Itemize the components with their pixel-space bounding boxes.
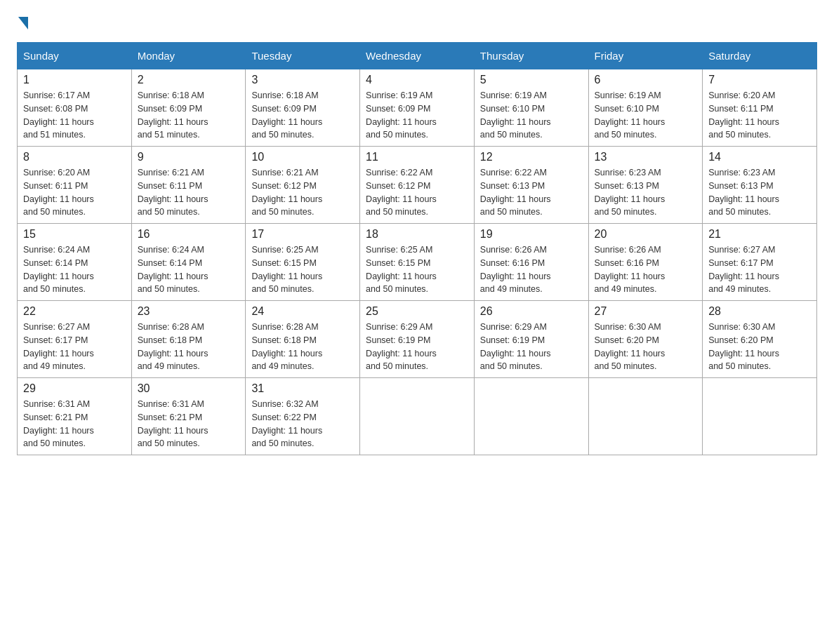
day-number: 28	[708, 305, 811, 318]
weekday-header-sunday: Sunday	[18, 43, 132, 69]
day-info: Sunrise: 6:25 AMSunset: 6:15 PMDaylight:…	[251, 245, 322, 294]
calendar-day-cell: 30 Sunrise: 6:31 AMSunset: 6:21 PMDaylig…	[131, 378, 246, 455]
day-info: Sunrise: 6:18 AMSunset: 6:09 PMDaylight:…	[251, 90, 322, 140]
calendar-day-cell: 18 Sunrise: 6:25 AMSunset: 6:15 PMDaylig…	[360, 224, 475, 301]
day-number: 30	[138, 382, 240, 395]
day-number: 16	[138, 228, 240, 241]
day-info: Sunrise: 6:25 AMSunset: 6:15 PMDaylight:…	[366, 245, 437, 294]
day-info: Sunrise: 6:28 AMSunset: 6:18 PMDaylight:…	[138, 322, 208, 371]
weekday-header-saturday: Saturday	[703, 43, 817, 69]
calendar-week-row: 8 Sunrise: 6:20 AMSunset: 6:11 PMDayligh…	[18, 147, 817, 224]
day-number: 21	[708, 228, 811, 241]
day-number: 22	[23, 305, 126, 318]
calendar-day-cell: 6 Sunrise: 6:19 AMSunset: 6:10 PMDayligh…	[588, 69, 703, 147]
calendar-day-cell	[360, 378, 475, 455]
calendar-day-cell: 23 Sunrise: 6:28 AMSunset: 6:18 PMDaylig…	[131, 301, 246, 378]
calendar-day-cell: 14 Sunrise: 6:23 AMSunset: 6:13 PMDaylig…	[703, 147, 817, 224]
day-number: 7	[708, 74, 811, 86]
day-info: Sunrise: 6:23 AMSunset: 6:13 PMDaylight:…	[595, 168, 666, 217]
day-info: Sunrise: 6:19 AMSunset: 6:10 PMDaylight:…	[480, 90, 551, 140]
page-header	[17, 17, 817, 28]
calendar-week-row: 1 Sunrise: 6:17 AMSunset: 6:08 PMDayligh…	[18, 69, 817, 147]
calendar-day-cell: 21 Sunrise: 6:27 AMSunset: 6:17 PMDaylig…	[703, 224, 817, 301]
day-info: Sunrise: 6:18 AMSunset: 6:09 PMDaylight:…	[138, 90, 208, 140]
calendar-day-cell: 16 Sunrise: 6:24 AMSunset: 6:14 PMDaylig…	[131, 224, 246, 301]
calendar-day-cell	[588, 378, 703, 455]
day-number: 2	[138, 74, 240, 86]
calendar-day-cell: 22 Sunrise: 6:27 AMSunset: 6:17 PMDaylig…	[18, 301, 132, 378]
day-info: Sunrise: 6:20 AMSunset: 6:11 PMDaylight:…	[708, 90, 779, 140]
calendar-day-cell: 17 Sunrise: 6:25 AMSunset: 6:15 PMDaylig…	[246, 224, 360, 301]
weekday-header-monday: Monday	[131, 43, 246, 69]
day-info: Sunrise: 6:22 AMSunset: 6:13 PMDaylight:…	[480, 168, 551, 217]
weekday-header-friday: Friday	[588, 43, 703, 69]
calendar-day-cell: 12 Sunrise: 6:22 AMSunset: 6:13 PMDaylig…	[474, 147, 588, 224]
calendar-day-cell: 25 Sunrise: 6:29 AMSunset: 6:19 PMDaylig…	[360, 301, 475, 378]
day-info: Sunrise: 6:32 AMSunset: 6:22 PMDaylight:…	[251, 399, 322, 448]
weekday-header-wednesday: Wednesday	[360, 43, 475, 69]
calendar-day-cell: 26 Sunrise: 6:29 AMSunset: 6:19 PMDaylig…	[474, 301, 588, 378]
day-info: Sunrise: 6:31 AMSunset: 6:21 PMDaylight:…	[23, 399, 94, 448]
day-number: 6	[595, 74, 697, 86]
day-number: 24	[251, 305, 354, 318]
calendar-day-cell: 20 Sunrise: 6:26 AMSunset: 6:16 PMDaylig…	[588, 224, 703, 301]
calendar-day-cell: 27 Sunrise: 6:30 AMSunset: 6:20 PMDaylig…	[588, 301, 703, 378]
day-number: 11	[366, 151, 468, 163]
day-info: Sunrise: 6:19 AMSunset: 6:10 PMDaylight:…	[595, 90, 666, 140]
calendar-day-cell: 28 Sunrise: 6:30 AMSunset: 6:20 PMDaylig…	[703, 301, 817, 378]
calendar-table: SundayMondayTuesdayWednesdayThursdayFrid…	[17, 42, 817, 455]
calendar-day-cell: 24 Sunrise: 6:28 AMSunset: 6:18 PMDaylig…	[246, 301, 360, 378]
calendar-day-cell	[703, 378, 817, 455]
calendar-day-cell: 9 Sunrise: 6:21 AMSunset: 6:11 PMDayligh…	[131, 147, 246, 224]
calendar-day-cell: 7 Sunrise: 6:20 AMSunset: 6:11 PMDayligh…	[703, 69, 817, 147]
day-number: 5	[480, 74, 583, 86]
day-number: 31	[251, 382, 354, 395]
calendar-day-cell: 19 Sunrise: 6:26 AMSunset: 6:16 PMDaylig…	[474, 224, 588, 301]
day-number: 3	[251, 74, 354, 86]
day-info: Sunrise: 6:26 AMSunset: 6:16 PMDaylight:…	[595, 245, 666, 294]
day-info: Sunrise: 6:26 AMSunset: 6:16 PMDaylight:…	[480, 245, 551, 294]
calendar-day-cell: 5 Sunrise: 6:19 AMSunset: 6:10 PMDayligh…	[474, 69, 588, 147]
calendar-day-cell: 8 Sunrise: 6:20 AMSunset: 6:11 PMDayligh…	[18, 147, 132, 224]
day-number: 18	[366, 228, 468, 241]
day-number: 4	[366, 74, 468, 86]
day-info: Sunrise: 6:19 AMSunset: 6:09 PMDaylight:…	[366, 90, 437, 140]
day-info: Sunrise: 6:31 AMSunset: 6:21 PMDaylight:…	[138, 399, 208, 448]
day-number: 19	[480, 228, 583, 241]
calendar-day-cell: 11 Sunrise: 6:22 AMSunset: 6:12 PMDaylig…	[360, 147, 475, 224]
day-info: Sunrise: 6:23 AMSunset: 6:13 PMDaylight:…	[708, 168, 779, 217]
logo-arrow-icon	[18, 17, 28, 29]
day-number: 14	[708, 151, 811, 163]
calendar-day-cell: 10 Sunrise: 6:21 AMSunset: 6:12 PMDaylig…	[246, 147, 360, 224]
day-number: 27	[595, 305, 697, 318]
day-info: Sunrise: 6:17 AMSunset: 6:08 PMDaylight:…	[23, 90, 94, 140]
calendar-day-cell: 15 Sunrise: 6:24 AMSunset: 6:14 PMDaylig…	[18, 224, 132, 301]
day-info: Sunrise: 6:20 AMSunset: 6:11 PMDaylight:…	[23, 168, 94, 217]
day-number: 9	[138, 151, 240, 163]
day-number: 20	[595, 228, 697, 241]
weekday-header-row: SundayMondayTuesdayWednesdayThursdayFrid…	[18, 43, 817, 69]
day-info: Sunrise: 6:30 AMSunset: 6:20 PMDaylight:…	[708, 322, 779, 371]
day-number: 12	[480, 151, 583, 163]
calendar-day-cell: 1 Sunrise: 6:17 AMSunset: 6:08 PMDayligh…	[18, 69, 132, 147]
day-info: Sunrise: 6:30 AMSunset: 6:20 PMDaylight:…	[595, 322, 666, 371]
day-number: 23	[138, 305, 240, 318]
day-info: Sunrise: 6:29 AMSunset: 6:19 PMDaylight:…	[366, 322, 437, 371]
calendar-week-row: 29 Sunrise: 6:31 AMSunset: 6:21 PMDaylig…	[18, 378, 817, 455]
day-info: Sunrise: 6:27 AMSunset: 6:17 PMDaylight:…	[708, 245, 779, 294]
calendar-day-cell	[474, 378, 588, 455]
weekday-header-tuesday: Tuesday	[246, 43, 360, 69]
day-number: 29	[23, 382, 126, 395]
day-number: 1	[23, 74, 126, 86]
day-number: 10	[251, 151, 354, 163]
calendar-day-cell: 4 Sunrise: 6:19 AMSunset: 6:09 PMDayligh…	[360, 69, 475, 147]
day-info: Sunrise: 6:29 AMSunset: 6:19 PMDaylight:…	[480, 322, 551, 371]
calendar-day-cell: 13 Sunrise: 6:23 AMSunset: 6:13 PMDaylig…	[588, 147, 703, 224]
day-info: Sunrise: 6:24 AMSunset: 6:14 PMDaylight:…	[138, 245, 208, 294]
calendar-day-cell: 3 Sunrise: 6:18 AMSunset: 6:09 PMDayligh…	[246, 69, 360, 147]
day-info: Sunrise: 6:21 AMSunset: 6:12 PMDaylight:…	[251, 168, 322, 217]
day-info: Sunrise: 6:21 AMSunset: 6:11 PMDaylight:…	[138, 168, 208, 217]
day-number: 17	[251, 228, 354, 241]
day-number: 15	[23, 228, 126, 241]
day-info: Sunrise: 6:27 AMSunset: 6:17 PMDaylight:…	[23, 322, 94, 371]
